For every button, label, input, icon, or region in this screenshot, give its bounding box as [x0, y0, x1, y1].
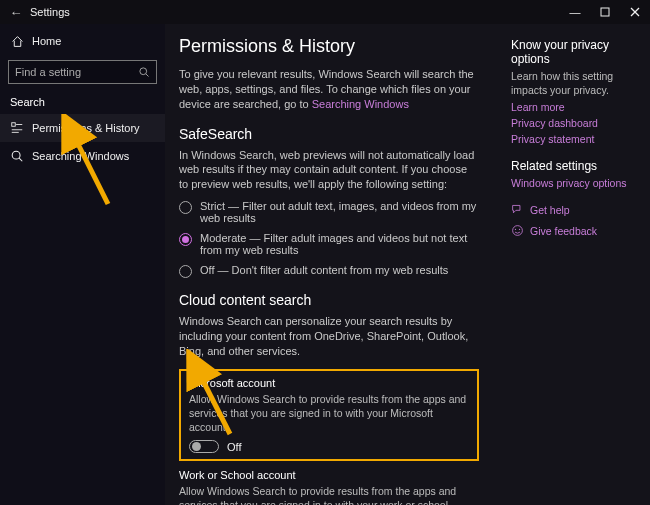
search-icon	[138, 66, 150, 78]
radio-icon	[179, 233, 192, 246]
msaccount-toggle[interactable]: Off	[189, 440, 469, 453]
help-icon	[511, 203, 524, 216]
titlebar: ← Settings ―	[0, 0, 650, 24]
app-title: Settings	[30, 6, 70, 18]
privacy-statement-link[interactable]: Privacy statement	[511, 133, 640, 145]
home-icon	[10, 34, 24, 48]
svg-rect-5	[12, 123, 16, 127]
privacy-heading: Know your privacy options	[511, 38, 640, 66]
safesearch-desc: In Windows Search, web previews will not…	[179, 148, 479, 193]
safesearch-option-off[interactable]: Off — Don't filter adult content from my…	[179, 264, 479, 278]
svg-point-3	[140, 68, 147, 75]
svg-point-6	[12, 151, 20, 159]
svg-line-7	[19, 158, 22, 161]
microsoft-account-block: Microsoft account Allow Windows Search t…	[179, 369, 479, 462]
searching-icon	[10, 149, 24, 163]
radio-icon	[179, 265, 192, 278]
page-title: Permissions & History	[179, 36, 491, 57]
sidebar-item-label: Permissions & History	[32, 122, 140, 134]
radio-label: Off — Don't filter adult content from my…	[200, 264, 448, 276]
radio-icon	[179, 201, 192, 214]
intro-text: To give you relevant results, Windows Se…	[179, 67, 479, 112]
svg-point-10	[513, 226, 523, 236]
toggle-state: Off	[227, 441, 241, 453]
related-heading: Related settings	[511, 159, 640, 173]
windows-privacy-options-link[interactable]: Windows privacy options	[511, 177, 640, 189]
svg-line-4	[146, 74, 149, 77]
minimize-button[interactable]: ―	[560, 0, 590, 24]
sidebar-item-label: Searching Windows	[32, 150, 129, 162]
msaccount-desc: Allow Windows Search to provide results …	[189, 392, 469, 435]
radio-label: Strict — Filter out adult text, images, …	[200, 200, 479, 224]
workaccount-desc: Allow Windows Search to provide results …	[179, 484, 479, 505]
msaccount-title: Microsoft account	[189, 377, 469, 389]
safesearch-option-moderate[interactable]: Moderate — Filter adult images and video…	[179, 232, 479, 256]
close-button[interactable]	[620, 0, 650, 24]
cloud-heading: Cloud content search	[179, 292, 491, 308]
settings-window: ← Settings ― Home Find a setting	[0, 0, 650, 505]
related-section: Related settings Windows privacy options	[511, 159, 640, 189]
workaccount-title: Work or School account	[179, 469, 479, 481]
feedback-icon	[511, 224, 524, 237]
back-button[interactable]: ←	[4, 5, 28, 20]
work-account-block: Work or School account Allow Windows Sea…	[179, 469, 479, 505]
home-nav[interactable]: Home	[0, 30, 165, 52]
searching-windows-link[interactable]: Searching Windows	[312, 98, 409, 110]
maximize-button[interactable]	[590, 0, 620, 24]
privacy-dashboard-link[interactable]: Privacy dashboard	[511, 117, 640, 129]
privacy-desc: Learn how this setting impacts your priv…	[511, 70, 640, 97]
content-scroll[interactable]: Permissions & History To give you releva…	[165, 24, 505, 505]
toggle-track	[189, 440, 219, 453]
home-label: Home	[32, 35, 61, 47]
search-placeholder: Find a setting	[15, 66, 81, 78]
svg-point-11	[515, 229, 516, 230]
window-controls: ―	[560, 0, 650, 24]
safesearch-heading: SafeSearch	[179, 126, 491, 142]
right-column: Know your privacy options Learn how this…	[505, 24, 650, 505]
radio-label: Moderate — Filter adult images and video…	[200, 232, 479, 256]
safesearch-option-strict[interactable]: Strict — Filter out adult text, images, …	[179, 200, 479, 224]
learn-more-link[interactable]: Learn more	[511, 101, 640, 113]
get-help-link[interactable]: Get help	[511, 203, 640, 216]
sidebar: Home Find a setting Search Permissions &…	[0, 24, 165, 505]
cloud-desc: Windows Search can personalize your sear…	[179, 314, 479, 359]
svg-rect-0	[601, 8, 609, 16]
sidebar-category: Search	[10, 96, 165, 108]
svg-point-12	[519, 229, 520, 230]
give-feedback-link[interactable]: Give feedback	[511, 224, 640, 237]
sidebar-item-searching-windows[interactable]: Searching Windows	[0, 142, 165, 170]
sidebar-item-permissions-history[interactable]: Permissions & History	[0, 114, 165, 142]
main-area: Permissions & History To give you releva…	[165, 24, 650, 505]
privacy-section: Know your privacy options Learn how this…	[511, 38, 640, 145]
permissions-icon	[10, 121, 24, 135]
search-input[interactable]: Find a setting	[8, 60, 157, 84]
